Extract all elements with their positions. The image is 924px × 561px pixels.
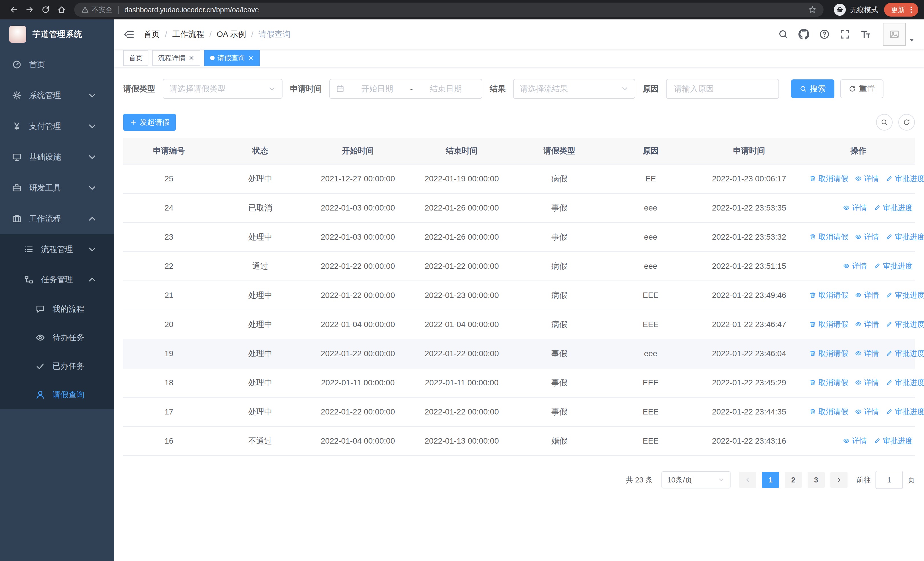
- action-cancel-link[interactable]: 取消请假: [809, 319, 848, 329]
- avatar[interactable]: [883, 23, 906, 46]
- table-row[interactable]: 20处理中2022-01-04 00:00:002022-01-04 00:00…: [123, 310, 915, 339]
- breadcrumb-item[interactable]: 工作流程: [172, 29, 204, 40]
- search-button[interactable]: 搜索: [791, 80, 834, 98]
- search-icon[interactable]: [778, 29, 789, 40]
- user-menu[interactable]: [883, 23, 915, 46]
- result-select[interactable]: 请选择流结果: [513, 79, 635, 99]
- sidebar-item-devtools[interactable]: 研发工具: [0, 173, 114, 203]
- table-row[interactable]: 22通过2022-01-22 00:00:002022-01-22 00:00:…: [123, 252, 915, 281]
- page-size-select[interactable]: 10条/页: [662, 471, 730, 489]
- table-row[interactable]: 23处理中2022-01-03 00:00:002022-01-26 00:00…: [123, 223, 915, 252]
- sidebar-item-system[interactable]: 系统管理: [0, 80, 114, 111]
- table-row[interactable]: 19处理中2022-01-22 00:00:002022-01-22 00:00…: [123, 339, 915, 368]
- refresh-button[interactable]: [898, 114, 915, 131]
- action-cancel-link[interactable]: 取消请假: [809, 174, 848, 183]
- eye-icon: [855, 379, 862, 386]
- action-detail-link[interactable]: 详情: [855, 407, 879, 417]
- browser-menu-icon[interactable]: [907, 5, 915, 14]
- close-icon[interactable]: [188, 55, 195, 61]
- action-detail-link[interactable]: 详情: [855, 319, 879, 329]
- table-row[interactable]: 21处理中2022-01-22 00:00:002022-01-23 00:00…: [123, 281, 915, 310]
- end-date-placeholder[interactable]: 结束日期: [416, 83, 476, 94]
- next-page-button[interactable]: [830, 472, 848, 488]
- page-button-3[interactable]: 3: [808, 472, 825, 488]
- browser-reload-button[interactable]: [38, 2, 54, 18]
- sidebar-item-home[interactable]: 首页: [0, 49, 114, 80]
- action-detail-link[interactable]: 详情: [855, 378, 879, 388]
- toggle-search-button[interactable]: [876, 114, 892, 131]
- page-button-1[interactable]: 1: [762, 472, 779, 488]
- action-progress-link[interactable]: 审批进度: [886, 407, 924, 417]
- sidebar-item-task-management[interactable]: 任务管理: [0, 265, 114, 295]
- page-button-2[interactable]: 2: [785, 472, 802, 488]
- action-detail-link[interactable]: 详情: [855, 290, 879, 300]
- help-icon[interactable]: [819, 29, 830, 40]
- action-cancel-link[interactable]: 取消请假: [809, 407, 848, 417]
- url-text[interactable]: dashboard.yudao.iocoder.cn/bpm/oa/leave: [124, 6, 804, 14]
- sidebar-item-payment[interactable]: 支付管理: [0, 111, 114, 142]
- table-row[interactable]: 24已取消2022-01-03 00:00:002022-01-26 00:00…: [123, 193, 915, 223]
- sidebar-item-leave-query[interactable]: 请假查询: [0, 381, 114, 409]
- action-detail-link[interactable]: 详情: [855, 174, 879, 183]
- action-progress-link[interactable]: 审批进度: [874, 203, 913, 213]
- action-detail-link[interactable]: 详情: [855, 349, 879, 358]
- action-detail-link[interactable]: 详情: [843, 436, 867, 446]
- fullscreen-icon[interactable]: [840, 29, 850, 40]
- action-detail-link[interactable]: 详情: [843, 203, 867, 213]
- bookmark-star-icon[interactable]: [808, 5, 817, 14]
- tab-home[interactable]: 首页: [123, 50, 148, 66]
- breadcrumb-item[interactable]: 首页: [144, 29, 160, 40]
- sidebar-item-infrastructure[interactable]: 基础设施: [0, 142, 114, 173]
- reason-input[interactable]: [673, 84, 772, 94]
- action-progress-link[interactable]: 审批进度: [886, 290, 924, 300]
- sidebar-item-workflow[interactable]: 工作流程: [0, 203, 114, 234]
- prev-page-button[interactable]: [739, 472, 756, 488]
- github-icon[interactable]: [798, 29, 809, 40]
- action-cancel-link[interactable]: 取消请假: [809, 378, 848, 388]
- tab-process-detail[interactable]: 流程详情: [152, 50, 200, 66]
- reset-button[interactable]: 重置: [840, 80, 884, 98]
- edit-icon: [886, 379, 892, 386]
- action-cancel-link[interactable]: 取消请假: [809, 349, 848, 358]
- tab-leave-query[interactable]: 请假查询: [204, 50, 260, 66]
- browser-back-button[interactable]: [6, 2, 22, 18]
- action-detail-link[interactable]: 详情: [843, 261, 867, 271]
- table-row[interactable]: 18处理中2022-01-11 00:00:002022-01-11 00:00…: [123, 368, 915, 397]
- action-label: 详情: [864, 349, 879, 358]
- address-bar[interactable]: 不安全 dashboard.yudao.iocoder.cn/bpm/oa/le…: [74, 3, 824, 17]
- action-progress-link[interactable]: 审批进度: [886, 232, 924, 242]
- app-logo[interactable]: 芋道管理系统: [0, 20, 114, 49]
- browser-forward-button[interactable]: [22, 2, 38, 18]
- action-cancel-link[interactable]: 取消请假: [809, 290, 848, 300]
- caret-down-icon[interactable]: [909, 37, 915, 44]
- security-indicator[interactable]: 不安全: [81, 5, 112, 14]
- cell-reason: eee: [605, 339, 696, 368]
- logo-avatar: [9, 26, 26, 43]
- breadcrumb-item[interactable]: OA 示例: [217, 29, 246, 40]
- action-detail-link[interactable]: 详情: [855, 232, 879, 242]
- apply-time-range-picker[interactable]: 开始日期 - 结束日期: [329, 79, 482, 99]
- sidebar-item-done-tasks[interactable]: 已办任务: [0, 352, 114, 381]
- sidebar-item-my-process[interactable]: 我的流程: [0, 295, 114, 323]
- table-row[interactable]: 16不通过2022-01-04 00:00:002022-01-13 00:00…: [123, 426, 915, 456]
- close-icon[interactable]: [248, 55, 254, 61]
- font-size-icon[interactable]: [860, 29, 871, 40]
- action-progress-link[interactable]: 审批进度: [886, 174, 924, 183]
- table-row[interactable]: 25处理中2021-12-27 00:00:002022-01-19 00:00…: [123, 164, 915, 193]
- goto-page-input[interactable]: [876, 471, 903, 489]
- table-row[interactable]: 17处理中2022-01-22 00:00:002022-01-22 00:00…: [123, 397, 915, 426]
- sidebar-item-todo-tasks[interactable]: 待办任务: [0, 323, 114, 352]
- action-progress-link[interactable]: 审批进度: [874, 261, 913, 271]
- browser-home-button[interactable]: [54, 2, 70, 18]
- action-progress-link[interactable]: 审批进度: [886, 349, 924, 358]
- update-button[interactable]: 更新: [884, 3, 918, 17]
- leave-type-select[interactable]: 请选择请假类型: [163, 79, 282, 99]
- action-cancel-link[interactable]: 取消请假: [809, 232, 848, 242]
- create-leave-button[interactable]: 发起请假: [123, 114, 176, 131]
- action-progress-link[interactable]: 审批进度: [886, 319, 924, 329]
- action-progress-link[interactable]: 审批进度: [886, 378, 924, 388]
- sidebar-item-process-management[interactable]: 流程管理: [0, 234, 114, 265]
- sidebar-collapse-icon[interactable]: [123, 29, 135, 40]
- action-progress-link[interactable]: 审批进度: [874, 436, 913, 446]
- start-date-placeholder[interactable]: 开始日期: [348, 83, 406, 94]
